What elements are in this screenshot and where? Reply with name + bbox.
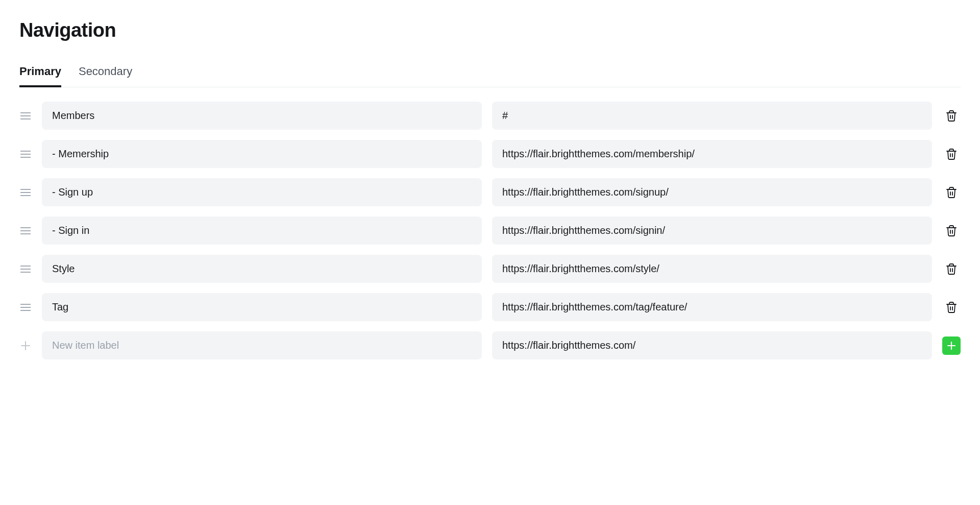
trash-icon (945, 263, 958, 275)
drag-handle-icon[interactable] (19, 151, 32, 158)
plus-icon (19, 341, 32, 351)
trash-icon (945, 186, 958, 199)
trash-icon (945, 225, 958, 237)
delete-button[interactable] (942, 260, 961, 278)
page-title: Navigation (19, 19, 961, 41)
drag-handle-icon[interactable] (19, 266, 32, 273)
nav-label-input[interactable] (42, 217, 482, 245)
nav-row-new (19, 331, 961, 359)
nav-row (19, 102, 961, 130)
nav-url-input[interactable] (492, 255, 932, 283)
tabs: Primary Secondary (19, 65, 961, 87)
trash-icon (945, 110, 958, 122)
nav-url-input[interactable] (492, 293, 932, 321)
delete-button[interactable] (942, 298, 961, 317)
drag-handle-icon[interactable] (19, 304, 32, 311)
nav-rows (19, 102, 961, 359)
plus-icon (946, 341, 957, 351)
add-button[interactable] (942, 336, 961, 355)
nav-url-input[interactable] (492, 102, 932, 130)
drag-handle-icon[interactable] (19, 189, 32, 196)
nav-url-input[interactable] (492, 140, 932, 168)
drag-handle-icon[interactable] (19, 112, 32, 119)
nav-label-input-new[interactable] (42, 331, 482, 359)
delete-button[interactable] (942, 222, 961, 240)
nav-row (19, 255, 961, 283)
nav-label-input[interactable] (42, 102, 482, 130)
trash-icon (945, 148, 958, 160)
delete-button[interactable] (942, 183, 961, 202)
nav-row (19, 178, 961, 206)
delete-button[interactable] (942, 107, 961, 125)
drag-handle-icon[interactable] (19, 227, 32, 234)
nav-row (19, 140, 961, 168)
nav-label-input[interactable] (42, 293, 482, 321)
tab-secondary[interactable]: Secondary (79, 65, 132, 87)
nav-row (19, 217, 961, 245)
nav-url-input[interactable] (492, 217, 932, 245)
nav-label-input[interactable] (42, 140, 482, 168)
nav-row (19, 293, 961, 321)
nav-url-input[interactable] (492, 178, 932, 206)
nav-label-input[interactable] (42, 255, 482, 283)
nav-label-input[interactable] (42, 178, 482, 206)
nav-url-input-new[interactable] (492, 331, 932, 359)
trash-icon (945, 301, 958, 314)
tab-primary[interactable]: Primary (19, 65, 61, 87)
delete-button[interactable] (942, 145, 961, 163)
